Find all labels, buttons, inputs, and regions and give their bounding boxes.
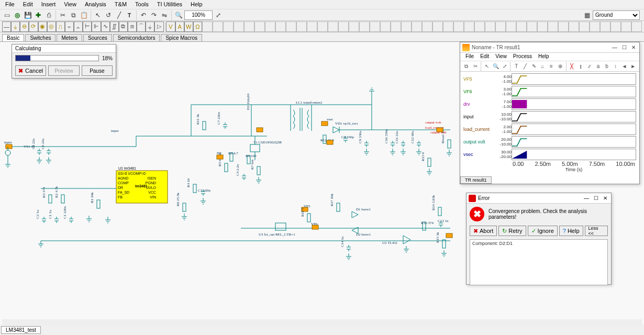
menu-ti-utilities[interactable]: TI Utilities: [154, 1, 185, 8]
menu-file[interactable]: File: [2, 1, 18, 8]
pause-button[interactable]: Pause: [82, 65, 113, 76]
cancel-button[interactable]: ✖Cancel: [15, 65, 46, 76]
cursor-b-icon[interactable]: b: [603, 62, 611, 71]
trans-icon[interactable]: ⧉: [119, 21, 128, 32]
plot-VF6[interactable]: [512, 86, 636, 97]
rot-left-icon[interactable]: ↶: [139, 10, 148, 20]
plot-VF5[interactable]: [512, 73, 636, 85]
copy-icon[interactable]: ⧉: [462, 62, 471, 71]
plot-load_current[interactable]: [512, 124, 636, 135]
retry-button[interactable]: ↻Retry: [498, 226, 526, 236]
menu-help[interactable]: Help: [187, 1, 206, 8]
pot-icon[interactable]: ⫠: [74, 21, 83, 32]
ammeter-icon[interactable]: A: [175, 21, 184, 32]
tr-menu-help[interactable]: Help: [536, 53, 551, 61]
cut-icon[interactable]: ✂: [471, 62, 480, 71]
close-icon[interactable]: ✚: [34, 10, 43, 20]
tr-menu-view[interactable]: View: [493, 53, 509, 61]
paste-icon[interactable]: 📋: [79, 10, 88, 20]
igen-icon[interactable]: ◎: [47, 21, 56, 32]
tr-menu-edit[interactable]: Edit: [478, 53, 491, 61]
align-icon[interactable]: ≡: [547, 62, 556, 71]
line-icon[interactable]: ╱: [521, 62, 529, 71]
menu-view[interactable]: View: [61, 1, 80, 8]
tr-tab[interactable]: TR result1: [460, 176, 492, 184]
voltmeter-icon[interactable]: V: [166, 21, 175, 32]
plot-vsec[interactable]: [512, 149, 636, 160]
plot-input[interactable]: [512, 111, 636, 122]
zoom-out-icon[interactable]: ⤢: [501, 62, 509, 71]
ignore-button[interactable]: ✓Ignore: [528, 226, 558, 236]
sep-icon[interactable]: ⫿: [576, 62, 585, 71]
less-button[interactable]: Less <<: [585, 226, 608, 236]
palette-tab-semiconductors[interactable]: Semiconductors: [113, 34, 160, 41]
wire-comp-icon[interactable]: —: [2, 21, 11, 32]
trans2-icon[interactable]: ⧆: [128, 21, 137, 32]
fwd-icon[interactable]: ►: [629, 62, 637, 71]
ind-icon[interactable]: ∿: [101, 21, 110, 32]
zoom-input[interactable]: [184, 10, 213, 20]
axes-icon[interactable]: ╳: [568, 62, 576, 71]
ground-select[interactable]: Ground: [593, 10, 640, 20]
palette-tab-switches[interactable]: Switches: [25, 34, 55, 41]
ground-icon[interactable]: ⏚: [146, 21, 154, 32]
back-icon[interactable]: ◄: [620, 62, 629, 71]
ohmmeter-icon[interactable]: Ω: [193, 21, 202, 32]
jumper-icon[interactable]: ⌒: [137, 21, 146, 32]
copy-icon[interactable]: ⧉: [69, 10, 78, 20]
abort-button[interactable]: ✖Abort: [470, 226, 497, 236]
port-icon[interactable]: ▷: [154, 21, 163, 32]
cursor-icon[interactable]: ↖: [93, 10, 103, 20]
palette-tab-meters[interactable]: Meters: [57, 34, 82, 41]
mirror-icon[interactable]: ⇋: [160, 10, 169, 20]
save-icon[interactable]: 💾: [23, 10, 32, 20]
grid-icon[interactable]: ▦: [582, 10, 592, 20]
close-icon[interactable]: ✕: [602, 195, 609, 202]
print-icon[interactable]: ⎙: [44, 10, 53, 20]
new-icon[interactable]: ▭: [2, 10, 12, 20]
text-icon[interactable]: T: [512, 62, 520, 71]
coupled-ind-icon[interactable]: ∬: [110, 21, 119, 32]
preview-button[interactable]: Preview: [48, 65, 79, 76]
pencil-icon[interactable]: ✎: [530, 62, 538, 71]
resistor-icon[interactable]: ⫟: [65, 21, 74, 32]
pulse-icon[interactable]: ⎍: [56, 21, 65, 32]
open-icon[interactable]: ◎: [13, 10, 22, 20]
text-icon[interactable]: T: [125, 10, 134, 20]
menu-analysis[interactable]: Analysis: [82, 1, 109, 8]
rot-right-icon[interactable]: ↷: [149, 10, 159, 20]
palette-tab-sources[interactable]: Sources: [83, 34, 112, 41]
zoom-icon[interactable]: 🔍: [492, 62, 500, 71]
tr-menu-process[interactable]: Process: [511, 53, 534, 61]
wattmeter-icon[interactable]: W: [184, 21, 193, 32]
cursor-a-icon[interactable]: a: [594, 62, 603, 71]
palette-tab-basic[interactable]: Basic: [2, 34, 24, 41]
sheet-tab[interactable]: LM3481_test: [1, 326, 41, 334]
menu-tools[interactable]: Tools: [132, 1, 152, 8]
plot-output volt[interactable]: [512, 136, 636, 148]
plot-drv[interactable]: [512, 98, 636, 110]
vsource-icon[interactable]: ⊖: [20, 21, 29, 32]
wire-icon[interactable]: ╱: [114, 10, 124, 20]
merge-icon[interactable]: ⫽: [585, 62, 594, 71]
minimize-icon[interactable]: —: [583, 195, 590, 202]
isource-icon[interactable]: ⟳: [29, 21, 38, 32]
maximize-icon[interactable]: ☐: [620, 44, 628, 51]
minimize-icon[interactable]: —: [611, 44, 618, 51]
zoom-icon[interactable]: 🔍: [174, 10, 183, 20]
battery-icon[interactable]: ⏚: [11, 21, 20, 32]
tr-menu-file[interactable]: File: [463, 53, 476, 61]
last-icon[interactable]: ↺: [104, 10, 113, 20]
maximize-icon[interactable]: ☐: [592, 195, 599, 202]
cap-icon[interactable]: ⊢: [83, 21, 92, 32]
home-icon[interactable]: ⌂: [538, 62, 547, 71]
cut-icon[interactable]: ✂: [58, 10, 68, 20]
zoom-fit-icon[interactable]: ⤢: [214, 10, 223, 20]
pcap-icon[interactable]: ⊩: [92, 21, 101, 32]
close-icon[interactable]: ✕: [630, 44, 637, 51]
menu-insert[interactable]: Insert: [38, 1, 59, 8]
autoscale-icon[interactable]: ↕: [612, 62, 620, 71]
cursor-icon[interactable]: ↖: [483, 62, 491, 71]
help-button[interactable]: ?Help: [559, 226, 583, 236]
palette-tab-spice-macros[interactable]: Spice Macros: [161, 34, 202, 41]
